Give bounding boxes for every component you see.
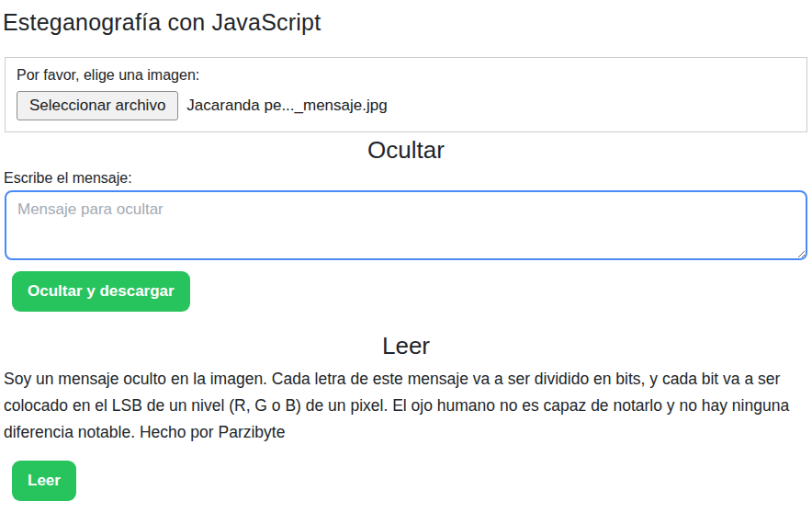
image-picker-box: Por favor, elige una imagen: Seleccionar…: [5, 57, 807, 132]
selected-filename: Jacaranda pe..._mensaje.jpg: [186, 97, 387, 115]
message-label: Escribe el mensaje:: [4, 170, 810, 187]
revealed-message-text: Soy un mensaje oculto en la imagen. Cada…: [4, 366, 808, 446]
page-title: Esteganografía con JavaScript: [3, 8, 810, 36]
read-button[interactable]: Leer: [12, 461, 76, 501]
hide-section-heading: Ocultar: [2, 135, 810, 165]
image-picker-label: Por favor, elige una imagen:: [17, 67, 795, 84]
read-section-heading: Leer: [2, 331, 810, 360]
hidden-message-textarea[interactable]: [5, 190, 807, 260]
hide-and-download-button[interactable]: Ocultar y descargar: [12, 271, 190, 312]
choose-file-button[interactable]: Seleccionar archivo: [17, 91, 178, 120]
file-input[interactable]: Seleccionar archivo Jacaranda pe..._mens…: [17, 91, 795, 120]
